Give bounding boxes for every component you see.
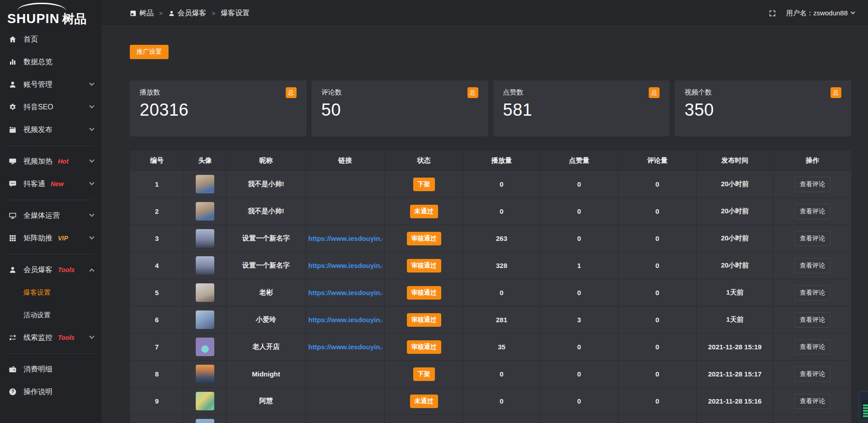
cell-id: 4 <box>130 252 184 279</box>
stat-value: 581 <box>503 100 660 120</box>
cell-link <box>306 388 385 415</box>
view-comments-button[interactable]: 查看评论 <box>794 339 830 355</box>
breadcrumb-item-baoke-settings[interactable]: 爆客设置 <box>221 9 250 18</box>
app-logo[interactable]: SHUPIN 树品 <box>0 0 102 28</box>
status-badge: 审核通过 <box>407 232 441 245</box>
cell-likes: 0 <box>540 388 618 415</box>
view-comments-button[interactable]: 查看评论 <box>794 177 830 192</box>
sidebar-item-douyin-seo[interactable]: 抖音SEO <box>0 96 102 118</box>
table-row: 2我不是小帅!未通过00020小时前查看评论 <box>130 198 852 225</box>
member-icon <box>8 265 17 274</box>
cell-time: 20小时前 <box>697 198 774 225</box>
cell-comments: 0 <box>618 361 697 388</box>
column-header-0: 编号 <box>130 150 184 171</box>
column-header-3: 链接 <box>306 150 385 171</box>
avatar <box>196 419 214 423</box>
stat-label: 点赞数 <box>503 88 660 97</box>
sidebar-item-matrix-boost[interactable]: 矩阵助推VIP <box>0 227 102 249</box>
view-comments-button[interactable]: 查看评论 <box>794 285 830 301</box>
cell-status: 下架 <box>385 361 463 388</box>
sidebar-item-label: 会员爆客 <box>24 265 52 275</box>
view-comments-button[interactable]: 查看评论 <box>794 231 830 246</box>
cell-status: 未通过 <box>385 388 463 415</box>
cell-link <box>306 415 385 423</box>
cell-link: https://www.iesdouyin.com/share/user/ <box>306 279 385 306</box>
breadcrumb-item-shupin[interactable]: 树品 <box>130 9 154 18</box>
sidebar-item-consume-detail[interactable]: 消费明细 <box>0 358 102 381</box>
sidebar-item-clue-monitor[interactable]: 线索监控Tools <box>0 326 102 349</box>
sidebar-subitem-baoke-settings[interactable]: 爆客设置 <box>0 281 102 304</box>
cell-id: 9 <box>130 388 184 415</box>
breadcrumb-item-member-baoke[interactable]: 会员爆客 <box>168 9 207 18</box>
chevron-down-icon <box>89 81 94 86</box>
fullscreen-icon[interactable] <box>769 9 776 17</box>
view-comments-button[interactable]: 查看评论 <box>794 367 830 382</box>
cell-action <box>774 415 852 423</box>
cell-comments: 0 <box>618 388 697 415</box>
cell-status <box>385 415 463 423</box>
sidebar-item-video-heat[interactable]: 视频加热Hot <box>0 150 102 173</box>
profile-link[interactable]: https://www.iesdouyin.com/share/user/ <box>308 316 382 324</box>
chevron-down-icon <box>89 126 94 131</box>
view-comments-button[interactable]: 查看评论 <box>794 394 830 409</box>
cell-action: 查看评论 <box>774 334 852 361</box>
sidebar-item-video-publish[interactable]: 视频发布 <box>0 118 102 141</box>
avatar <box>196 175 214 193</box>
cell-link: https://www.iesdouyin.com/share/user/ <box>306 306 385 334</box>
cell-avatar <box>184 388 226 415</box>
status-badge: 未通过 <box>410 205 438 218</box>
promo-settings-button[interactable]: 推广设置 <box>130 45 169 59</box>
cell-id: 1 <box>130 171 184 198</box>
cell-likes: 0 <box>540 361 618 388</box>
breadcrumb-label: 会员爆客 <box>178 9 207 18</box>
user-icon <box>168 10 178 17</box>
view-comments-button[interactable]: 查看评论 <box>794 204 830 219</box>
accounts-table: 编号头像昵称链接状态播放量点赞量评论量发布时间操作1我不是小帅!下架00020小… <box>130 150 852 423</box>
profile-link[interactable]: https://www.iesdouyin.com/share/user/ <box>308 235 382 242</box>
cell-likes: 1 <box>540 252 618 279</box>
sidebar-item-account-management[interactable]: 账号管理 <box>0 73 102 96</box>
profile-link[interactable]: https://www.iesdouyin.com/share/user/ <box>308 262 382 269</box>
avatar <box>196 256 214 275</box>
view-comments-button[interactable]: 查看评论 <box>794 312 830 328</box>
stat-card-comments: 评论数总50 <box>311 80 488 136</box>
cell-link <box>306 198 385 225</box>
sidebar-subitem-label: 活动设置 <box>24 311 51 320</box>
sidebar-item-member-baoke[interactable]: 会员爆客Tools <box>0 258 102 281</box>
usage-widget[interactable] <box>859 391 868 421</box>
cell-time: 2021-11-28 15:19 <box>697 334 774 361</box>
avatar <box>196 392 214 410</box>
sidebar-item-label: 抖音SEO <box>24 103 53 112</box>
view-comments-button[interactable]: 查看评论 <box>794 258 830 273</box>
table-row: 8Midnight下架0002021-11-28 15:17查看评论 <box>130 361 852 388</box>
sidebar-badge-hot: Hot <box>58 158 68 165</box>
sidebar-subitem-activity-settings[interactable]: 活动设置 <box>0 304 102 326</box>
sidebar-item-douke-tong[interactable]: 抖客通New <box>0 173 102 195</box>
page-content: 推广设置 播放数总20316评论数总50点赞数总581视频个数总350 编号头像… <box>102 27 868 423</box>
cell-nickname: 老人开店 <box>226 334 306 361</box>
sidebar-item-label: 操作说明 <box>24 387 52 397</box>
table-row: 4设置一个新名字https://www.iesdouyin.com/share/… <box>130 252 852 279</box>
sidebar-item-data-overview[interactable]: 数据总览 <box>0 51 102 73</box>
sidebar-divider <box>8 200 94 200</box>
user-chevron-down-icon[interactable] <box>851 9 855 14</box>
cell-link: https://www.iesdouyin.com/share/user/ <box>306 252 385 279</box>
cell-time <box>697 415 774 423</box>
sidebar-item-home[interactable]: 首页 <box>0 28 102 51</box>
username[interactable]: 用户名：zswodun88 <box>786 9 848 18</box>
cell-likes: 3 <box>540 306 618 334</box>
cell-id: 8 <box>130 361 184 388</box>
cell-nickname: 我不是小帅! <box>226 198 306 225</box>
cell-nickname: 老彬 <box>226 279 306 306</box>
cell-nickname: Midnight <box>226 361 306 388</box>
table-row: 3设置一个新名字https://www.iesdouyin.com/share/… <box>130 225 852 252</box>
sidebar-item-all-media[interactable]: 全媒体运营 <box>0 204 102 227</box>
stat-total-badge: 总 <box>830 87 841 98</box>
profile-link[interactable]: https://www.iesdouyin.com/share/user/ <box>308 343 382 351</box>
cell-status: 审核通过 <box>385 279 463 306</box>
help-icon: ? <box>8 387 17 396</box>
profile-link[interactable]: https://www.iesdouyin.com/share/user/ <box>308 289 382 296</box>
sidebar-item-operation-guide[interactable]: ?操作说明 <box>0 381 102 403</box>
chevron-down-icon <box>89 235 94 240</box>
sidebar-subitem-label: 爆客设置 <box>24 288 51 297</box>
